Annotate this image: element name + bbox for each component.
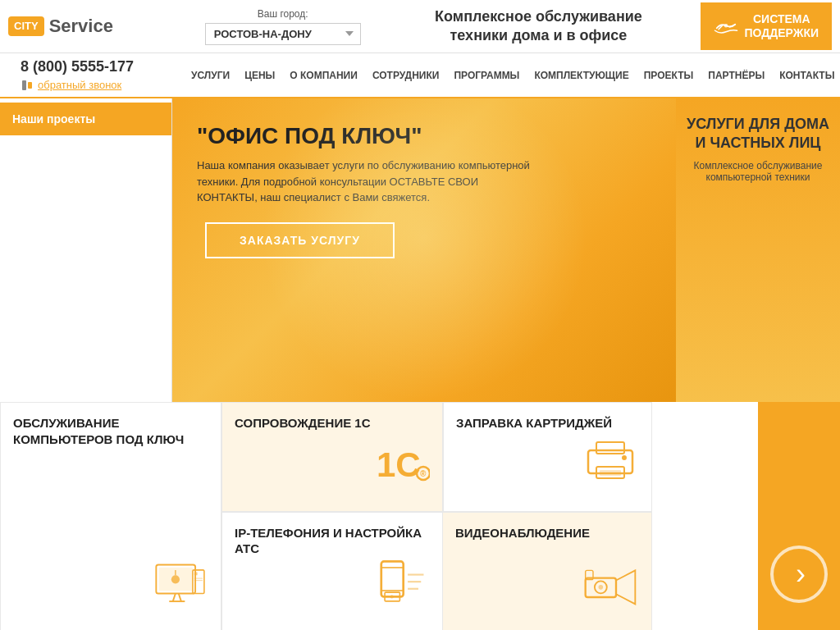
- logo-text: Service: [49, 16, 113, 37]
- svg-line-6: [179, 593, 181, 601]
- nav-partners[interactable]: ПАРТНЁРЫ: [701, 70, 771, 81]
- service-title-computers: ОБСЛУЖИВАНИЕ КОМПЬЮТЕРОВ ПОД КЛЮЧ: [13, 415, 208, 447]
- hero-section: "ОФИС ПОД КЛЮЧ" Наша компания оказывает …: [172, 98, 676, 402]
- services-grid: ОБСЛУЖИВАНИЕ КОМПЬЮТЕРОВ ПОД КЛЮЧ: [0, 402, 758, 630]
- nav-services[interactable]: УСЛУГИ: [185, 70, 236, 81]
- right-panel: УСЛУГИ ДЛЯ ДОМА И ЧАСТНЫХ ЛИЦ Комплексно…: [676, 98, 840, 402]
- phone-icon: [21, 79, 34, 92]
- services-section: ОБСЛУЖИВАНИЕ КОМПЬЮТЕРОВ ПОД КЛЮЧ: [0, 402, 840, 630]
- service-tile-cctv[interactable]: ВИДЕОНАБЛЮДЕНИЕ: [443, 512, 652, 631]
- handshake-icon: [714, 14, 738, 39]
- computer-icon: [151, 557, 208, 624]
- service-tile-cartridge[interactable]: ЗАПРАВКА КАРТРИДЖЕЙ: [443, 402, 652, 512]
- service-tile-1c[interactable]: СОПРОВОЖДЕНИЕ 1С 1С ®: [221, 402, 443, 512]
- nav-bar: 8 (800) 5555-177 обратный звонок УСЛУГИ …: [0, 53, 840, 98]
- service-title-phone: IP-ТЕЛЕФОНИЯ И НАСТРОЙКА АТС: [235, 525, 430, 557]
- right-panel-title: УСЛУГИ ДЛЯ ДОМА И ЧАСТНЫХ ЛИЦ: [684, 115, 832, 153]
- city-logo-icon: CITY: [8, 16, 44, 36]
- our-projects-button[interactable]: Наши проекты: [0, 103, 171, 135]
- callback-link[interactable]: обратный звонок: [21, 79, 168, 92]
- svg-text:®: ®: [420, 469, 427, 478]
- service-title-cctv: ВИДЕОНАБЛЮДЕНИЕ: [455, 525, 639, 541]
- svg-line-5: [173, 593, 176, 601]
- svg-rect-18: [596, 442, 624, 454]
- next-arrow-button[interactable]: ›: [770, 546, 828, 603]
- svg-rect-2: [28, 82, 32, 89]
- phone-atc-icon: [372, 557, 430, 624]
- service-title-1c: СОПРОВОЖДЕНИЕ 1С: [235, 415, 430, 431]
- nav-logo-spacer: 8 (800) 5555-177 обратный звонок: [8, 50, 180, 101]
- arrow-panel: ›: [758, 402, 840, 630]
- hero-title: "ОФИС ПОД КЛЮЧ": [197, 123, 651, 149]
- svg-rect-22: [381, 561, 404, 596]
- service-tile-phone[interactable]: IP-ТЕЛЕФОНИЯ И НАСТРОЙКА АТС: [221, 512, 443, 631]
- svg-text:1С: 1С: [377, 445, 421, 484]
- nav-contacts[interactable]: КОНТАКТЫ: [773, 70, 840, 81]
- camera-icon: [582, 557, 639, 624]
- nav-projects[interactable]: ПРОЕКТЫ: [637, 70, 701, 81]
- svg-point-32: [599, 585, 604, 590]
- svg-point-26: [390, 595, 394, 598]
- phone-number: 8 (800) 5555-177: [21, 58, 168, 75]
- tagline-text: Комплексное обслуживание техники дома и …: [385, 7, 692, 46]
- order-service-button[interactable]: ЗАКАЗАТЬ УСЛУГУ: [205, 222, 395, 258]
- svg-rect-11: [194, 572, 198, 575]
- nav-about[interactable]: О КОМПАНИИ: [283, 70, 364, 81]
- nav-staff[interactable]: СОТРУДНИКИ: [366, 70, 446, 81]
- support-btn-label: СИСТЕМА ПОДДЕРЖКИ: [745, 12, 819, 40]
- sidebar: Наши проекты: [0, 98, 172, 402]
- svg-point-8: [171, 575, 180, 583]
- service-tile-computers[interactable]: ОБСЛУЖИВАНИЕ КОМПЬЮТЕРОВ ПОД КЛЮЧ: [0, 402, 221, 630]
- main-content: Наши проекты "ОФИС ПОД КЛЮЧ" Наша компан…: [0, 98, 840, 402]
- tagline: Комплексное обслуживание техники дома и …: [385, 7, 692, 46]
- nav-prices[interactable]: ЦЕНЫ: [238, 70, 281, 81]
- service-title-cartridge: ЗАПРАВКА КАРТРИДЖЕЙ: [456, 415, 639, 431]
- nav-parts[interactable]: КОМПЛЕКТУЮЩИЕ: [527, 70, 635, 81]
- svg-point-21: [622, 455, 627, 460]
- svg-marker-33: [616, 570, 635, 604]
- city-select[interactable]: РОСТОВ-НА-ДОНУ МОСКВА САНКТ-ПЕТЕРБУРГ: [205, 23, 361, 45]
- logo-area: CITY Service: [8, 16, 180, 37]
- city-prompt: Ваш город:: [258, 8, 308, 20]
- support-button[interactable]: СИСТЕМА ПОДДЕРЖКИ: [701, 2, 832, 50]
- nav-links: УСЛУГИ ЦЕНЫ О КОМПАНИИ СОТРУДНИКИ ПРОГРА…: [185, 70, 840, 81]
- chevron-right-icon: ›: [796, 557, 806, 591]
- city-selector-area: Ваш город: РОСТОВ-НА-ДОНУ МОСКВА САНКТ-П…: [180, 8, 385, 45]
- svg-point-0: [724, 24, 728, 28]
- hero-description: Наша компания оказывает услуги по обслуж…: [197, 158, 541, 206]
- svg-rect-20: [600, 470, 621, 476]
- nav-programs[interactable]: ПРОГРАММЫ: [447, 70, 526, 81]
- svg-rect-1: [22, 80, 26, 90]
- right-panel-desc: Комплексное обслуживание компьютерной те…: [684, 160, 832, 183]
- printer-icon: [582, 431, 639, 499]
- phone-block: 8 (800) 5555-177 обратный звонок: [8, 50, 180, 101]
- 1c-icon: 1С ®: [372, 431, 430, 499]
